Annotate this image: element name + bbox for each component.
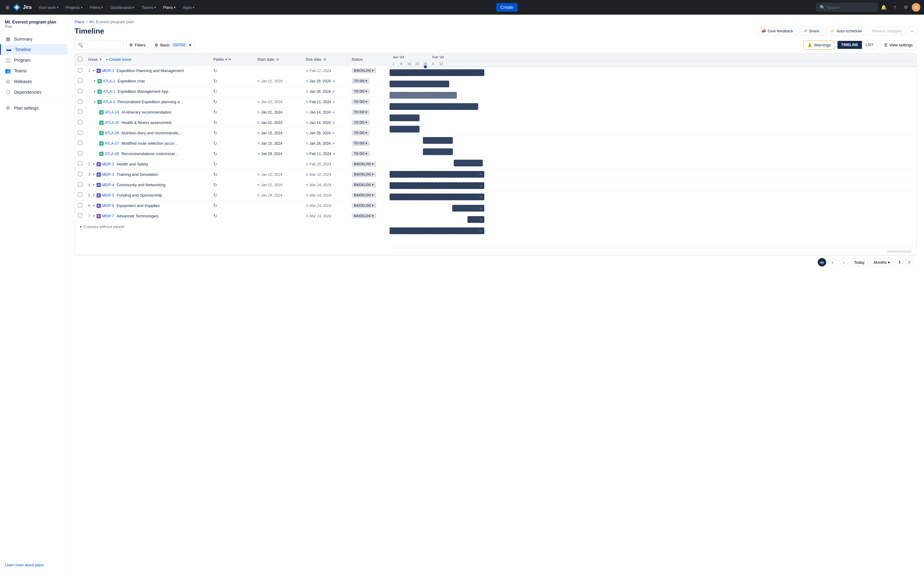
- create-issue-button[interactable]: + Create issue: [103, 56, 134, 63]
- help-icon[interactable]: ?: [890, 2, 900, 12]
- clear-due-date-icon[interactable]: ✕: [332, 142, 335, 145]
- expand-icon[interactable]: ▾: [94, 100, 95, 104]
- issues-without-parent[interactable]: ▾ 0 issues without parent: [75, 221, 389, 232]
- notifications-icon[interactable]: 🔔: [879, 2, 888, 12]
- jira-logo[interactable]: Jira: [13, 3, 31, 11]
- status-badge[interactable]: TO DO ▾: [352, 151, 370, 156]
- row-checkbox[interactable]: [78, 131, 82, 135]
- status-badge[interactable]: TO DO ▾: [352, 79, 370, 84]
- gantt-first-button[interactable]: ⏮: [818, 258, 826, 266]
- issue-key[interactable]: ATLA-25: [105, 121, 119, 125]
- review-changes-button[interactable]: Review changes: [868, 27, 905, 35]
- sidebar-item-teams[interactable]: 👥 Teams: [0, 65, 67, 76]
- sidebar-item-timeline[interactable]: ▬ Timeline: [0, 44, 67, 55]
- filters-menu[interactable]: Filters ▾: [87, 3, 106, 11]
- gantt-next-button[interactable]: ›: [840, 258, 848, 266]
- list-tab[interactable]: LIST: [862, 41, 877, 49]
- status-badge[interactable]: TO DO ▾: [352, 99, 370, 105]
- issue-key[interactable]: ATLA-28: [105, 152, 119, 156]
- search-input[interactable]: [827, 5, 874, 10]
- dashboards-menu[interactable]: Dashboards ▾: [107, 3, 137, 11]
- status-badge[interactable]: BACKLOG ▾: [352, 68, 376, 73]
- clear-due-date-icon[interactable]: ✕: [332, 131, 335, 135]
- sidebar-item-dependencies[interactable]: ⬡ Dependencies: [0, 87, 67, 97]
- avatar[interactable]: G: [912, 3, 920, 11]
- issue-key[interactable]: ATLA-27: [105, 141, 119, 146]
- clear-due-date-icon[interactable]: ✕: [333, 152, 335, 156]
- issue-key[interactable]: ATLA-2: [103, 79, 115, 83]
- row-checkbox[interactable]: [78, 161, 82, 166]
- issue-key[interactable]: MEIP-1: [102, 69, 114, 73]
- row-checkbox[interactable]: [78, 68, 82, 73]
- give-feedback-button[interactable]: 📣 Give feedback: [757, 27, 797, 35]
- expand-icon[interactable]: ▾: [93, 69, 95, 73]
- months-button[interactable]: Months ▾: [870, 259, 893, 266]
- issue-key[interactable]: ATLA-24: [105, 110, 119, 114]
- fields-column-header[interactable]: Fields ▾ ⇔: [210, 53, 254, 66]
- clear-due-date-icon[interactable]: ✕: [332, 90, 335, 93]
- row-checkbox[interactable]: [78, 89, 82, 93]
- expand-icon[interactable]: ▾: [93, 193, 95, 197]
- issue-key[interactable]: MEIP-4: [102, 183, 114, 187]
- issue-key[interactable]: ATLA-1: [103, 89, 115, 94]
- teams-menu[interactable]: Teams ▾: [139, 3, 158, 11]
- sidebar-item-plan-settings[interactable]: ⚙ Plan settings: [0, 103, 67, 113]
- row-checkbox[interactable]: [78, 213, 82, 218]
- status-badge[interactable]: BACKLOG ▾: [352, 182, 376, 187]
- settings-icon[interactable]: ⚙: [901, 2, 911, 12]
- expand-icon[interactable]: ▾: [93, 204, 95, 208]
- grid-icon[interactable]: ⊞: [4, 3, 11, 12]
- status-badge[interactable]: TO DO ▾: [352, 141, 370, 146]
- auto-schedule-button[interactable]: ⚡ Auto-schedule: [825, 27, 866, 35]
- plans-menu[interactable]: Plans ▾: [160, 3, 179, 11]
- status-badge[interactable]: TO DO ▾: [352, 110, 370, 115]
- today-button[interactable]: Today: [851, 259, 868, 266]
- clear-due-date-icon[interactable]: ✕: [332, 79, 335, 83]
- timeline-tab[interactable]: TIMELINE: [838, 41, 862, 49]
- status-badge[interactable]: TO DO ▾: [352, 89, 370, 94]
- clear-due-date-icon[interactable]: ✕: [332, 111, 335, 114]
- row-checkbox[interactable]: [78, 203, 82, 207]
- expand-icon[interactable]: ▾: [94, 79, 95, 83]
- status-badge[interactable]: BACKLOG ▾: [352, 203, 376, 208]
- row-checkbox[interactable]: [78, 110, 82, 114]
- info-button[interactable]: ℹ: [896, 259, 903, 266]
- issue-key[interactable]: ATLA-3: [103, 100, 115, 104]
- status-badge[interactable]: BACKLOG ▾: [352, 161, 376, 167]
- issue-key[interactable]: MEIP-6: [102, 204, 114, 208]
- your-work-menu[interactable]: Your work ▾: [35, 3, 61, 11]
- toolbar-search[interactable]: 🔍: [74, 40, 123, 50]
- clear-due-date-icon[interactable]: ✕: [333, 100, 335, 104]
- basic-button[interactable]: ⚙ Basic EDITED ▾: [151, 40, 194, 50]
- search-box[interactable]: 🔍: [816, 3, 877, 11]
- clear-due-date-icon[interactable]: ✕: [332, 121, 335, 124]
- apps-menu[interactable]: Apps ▾: [180, 3, 197, 11]
- row-checkbox[interactable]: [78, 182, 82, 187]
- view-settings-button[interactable]: ☰ View settings: [880, 40, 917, 50]
- toolbar-search-input[interactable]: [85, 43, 120, 47]
- expand-icon[interactable]: ▾: [94, 89, 95, 93]
- issue-key[interactable]: MEIP-5: [102, 193, 114, 198]
- row-checkbox[interactable]: [78, 79, 82, 83]
- row-checkbox[interactable]: [78, 151, 82, 155]
- select-all-checkbox[interactable]: [78, 57, 82, 61]
- gantt-prev-button[interactable]: ‹: [829, 258, 837, 266]
- row-checkbox[interactable]: [78, 120, 82, 124]
- filters-button[interactable]: ⚙ Filters: [126, 40, 149, 50]
- issue-key[interactable]: ATLA-26: [105, 131, 119, 135]
- row-checkbox[interactable]: [78, 99, 82, 103]
- status-badge[interactable]: BACKLOG ▾: [352, 193, 376, 198]
- status-badge[interactable]: BACKLOG ▾: [352, 213, 376, 219]
- row-checkbox[interactable]: [78, 141, 82, 145]
- create-button[interactable]: Create: [496, 3, 518, 11]
- expand-button[interactable]: ⤢: [906, 259, 913, 266]
- status-badge[interactable]: BACKLOG ▾: [352, 172, 376, 177]
- expand-icon[interactable]: ▾: [93, 183, 95, 187]
- sidebar-item-summary[interactable]: ▦ Summary: [0, 34, 67, 44]
- issue-key[interactable]: MEIP-3: [102, 172, 114, 177]
- status-badge[interactable]: TO DO ▾: [352, 120, 370, 125]
- horizontal-scrollbar[interactable]: [887, 251, 911, 253]
- expand-icon[interactable]: ▾: [93, 214, 95, 218]
- status-badge[interactable]: TO DO ▾: [352, 131, 370, 135]
- row-checkbox[interactable]: [78, 193, 82, 197]
